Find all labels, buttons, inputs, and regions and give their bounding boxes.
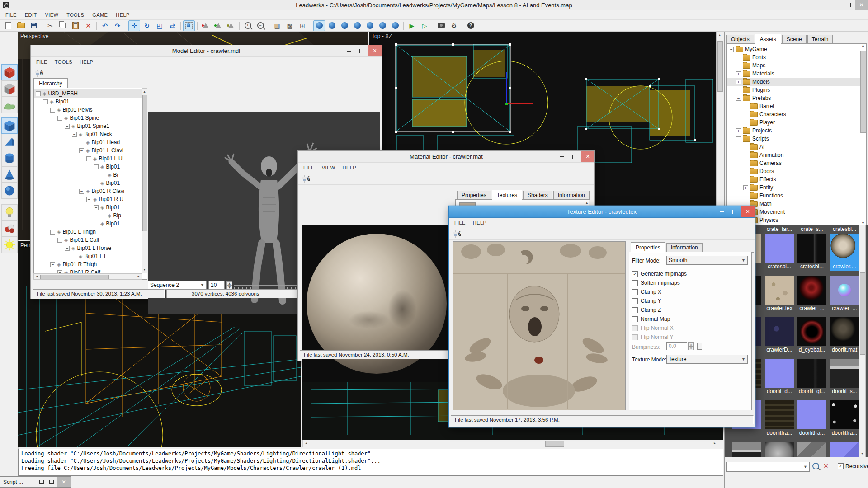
- soften-mipmaps-checkbox[interactable]: [632, 280, 638, 286]
- shift-icon[interactable]: ⇄: [166, 20, 178, 31]
- thumbnail-scrollbar[interactable]: ▾: [859, 225, 866, 457]
- material-tab-information[interactable]: Information: [553, 191, 590, 200]
- texture-tab-properties[interactable]: Properties: [631, 242, 665, 253]
- collapse-icon[interactable]: −: [79, 148, 84, 153]
- asset-thumbnail-doorlit-d[interactable]: doorlit_d...: [765, 359, 794, 395]
- collapse-icon[interactable]: −: [94, 205, 99, 210]
- search-icon[interactable]: [812, 463, 819, 471]
- zoom-out-icon[interactable]: −: [255, 20, 266, 31]
- collapse-icon[interactable]: −: [736, 136, 741, 141]
- collapse-icon[interactable]: −: [50, 262, 55, 267]
- recursive-checkbox[interactable]: ✓: [838, 463, 844, 469]
- asset-thumbnail-crawler[interactable]: crawler....: [830, 234, 859, 271]
- sequence-combobox[interactable]: Sequence 2▼: [148, 281, 207, 290]
- collapse-icon[interactable]: −: [729, 47, 734, 52]
- snap-icon[interactable]: ⊞: [297, 20, 308, 31]
- collapse-icon[interactable]: −: [57, 116, 62, 121]
- asset-thumbnail[interactable]: [765, 442, 794, 457]
- expand-icon[interactable]: +: [736, 128, 741, 133]
- tree-item-bip01-l-u[interactable]: −◈Bip01 L U: [34, 155, 147, 163]
- restore-button[interactable]: [842, 0, 855, 10]
- collapse-icon[interactable]: −: [65, 246, 70, 251]
- copy-icon[interactable]: [57, 20, 69, 31]
- expand-icon[interactable]: +: [736, 71, 741, 76]
- asset-thumbnail-doorlit-gl[interactable]: doorlit_gl...: [797, 359, 826, 395]
- save-icon[interactable]: [28, 20, 39, 31]
- tree-item-bip01-spine[interactable]: −◈Bip01 Spine: [34, 114, 147, 122]
- texture-preview[interactable]: [453, 241, 626, 410]
- help-icon[interactable]: [465, 20, 476, 31]
- delete-icon[interactable]: ✕: [82, 20, 94, 31]
- generate-mipmaps-checkbox[interactable]: ✓: [632, 271, 638, 277]
- asset-thumbnail[interactable]: [732, 442, 761, 457]
- cylinder-primitive-button[interactable]: [1, 150, 18, 166]
- frame-spinner[interactable]: ▲▼: [226, 281, 232, 289]
- asset-thumbnail[interactable]: [797, 442, 826, 457]
- cut-icon[interactable]: ✂: [44, 20, 56, 31]
- view-7-icon[interactable]: [389, 20, 401, 31]
- tree-item-bip01-r-u[interactable]: −◈Bip01 R U: [34, 195, 147, 203]
- model-menu-file[interactable]: FILE: [36, 59, 47, 65]
- asset-thumbnail-crawler[interactable]: crawler_...: [830, 276, 859, 312]
- close-button[interactable]: ✕: [855, 0, 868, 10]
- hierarchy-hscrollbar[interactable]: ◂▸: [33, 273, 142, 280]
- viewport-hscrollbar[interactable]: ◂▸: [302, 440, 718, 447]
- collapse-icon[interactable]: −: [36, 91, 41, 96]
- filter-mode-combobox[interactable]: Smooth▼: [666, 256, 748, 265]
- screenshot-icon[interactable]: [435, 20, 447, 31]
- panel-tab-objects[interactable]: Objects: [726, 35, 754, 44]
- asset-thumbnail-d-eyebal[interactable]: d_eyebal...: [797, 317, 826, 354]
- material-tab-textures[interactable]: Textures: [492, 190, 522, 200]
- run-debug-icon[interactable]: ▷: [419, 20, 430, 31]
- box-brush-button[interactable]: [1, 64, 18, 80]
- material-menu-view[interactable]: VIEW: [322, 165, 335, 170]
- material-editor-titlebar[interactable]: Material Editor - crawler.mat ✕: [298, 151, 594, 163]
- tree-item-animation[interactable]: Animation: [727, 151, 866, 159]
- texture-editor-titlebar[interactable]: Texture Editor - crawler.tex ✕: [449, 206, 755, 218]
- tree-item-bip01-spine1[interactable]: −◈Bip01 Spine1: [34, 122, 147, 130]
- asset-filter-combobox[interactable]: ▼: [726, 462, 810, 472]
- minimize-button[interactable]: [716, 206, 728, 217]
- sphere-primitive-button[interactable]: [1, 183, 18, 199]
- clamp-y-checkbox[interactable]: [632, 298, 638, 304]
- main-menu-help[interactable]: HELP: [116, 12, 129, 18]
- model-editor-titlebar[interactable]: Model Editor - crawler.mdl ✕: [31, 45, 382, 57]
- grid-decrease-icon[interactable]: ▦: [271, 20, 283, 31]
- asset-thumbnail-doorlit-mat[interactable]: doorlit.mat: [830, 317, 859, 354]
- tree-item-bip01-head[interactable]: ◈Bip01 Head: [34, 138, 147, 146]
- maximize-button[interactable]: [728, 206, 741, 217]
- redo-icon[interactable]: ↷: [112, 20, 123, 31]
- collapse-icon[interactable]: −: [50, 230, 55, 235]
- main-menu-tools[interactable]: TOOLS: [66, 12, 84, 18]
- clear-search-icon[interactable]: ✕: [823, 462, 829, 469]
- zoom-in-icon[interactable]: +: [242, 20, 254, 31]
- normal-map-checkbox[interactable]: [632, 316, 638, 322]
- collapse-icon[interactable]: −: [86, 156, 91, 161]
- model-menu-tools[interactable]: TOOLS: [55, 59, 72, 65]
- undo-icon[interactable]: ↶: [99, 20, 111, 31]
- model-menu-help[interactable]: HELP: [80, 59, 93, 65]
- tree-item-projects[interactable]: +Projects: [727, 127, 866, 135]
- tree-item-bip01-l-thigh[interactable]: −◈Bip01 L Thigh: [34, 228, 147, 236]
- collapse-icon[interactable]: −: [43, 99, 48, 104]
- texture-mode-combobox[interactable]: Texture▼: [666, 355, 748, 364]
- asset-thumbnail-cratesbl[interactable]: cratesbl...: [765, 234, 794, 271]
- open-icon[interactable]: [15, 20, 27, 31]
- tree-item-cameras[interactable]: Cameras: [727, 159, 866, 167]
- vertex-tool-3-icon[interactable]: [225, 20, 237, 31]
- directional-light-button[interactable]: [1, 237, 18, 253]
- hierarchy-vscrollbar[interactable]: ▴▾: [142, 88, 147, 273]
- script-editor-window[interactable]: Script ... ✕: [0, 476, 71, 488]
- collapse-icon[interactable]: −: [94, 164, 99, 169]
- collapse-icon[interactable]: −: [86, 197, 91, 202]
- terrain-button[interactable]: [1, 97, 18, 113]
- asset-tree[interactable]: −MyGameFontsMaps+Materials+ModelsPlugins…: [726, 43, 867, 225]
- paste-icon[interactable]: [70, 20, 81, 31]
- scale-icon[interactable]: ◰: [154, 20, 165, 31]
- asset-thumbnail-doorlitfra[interactable]: doorlitfra...: [797, 400, 826, 437]
- new-icon[interactable]: [2, 20, 14, 31]
- minimize-button[interactable]: [343, 45, 355, 56]
- tree-item-effects[interactable]: Effects: [727, 175, 866, 183]
- main-menu-game[interactable]: GAME: [92, 12, 108, 18]
- texture-editor-window[interactable]: Texture Editor - crawler.tex ✕ FILEHELP: [448, 206, 755, 427]
